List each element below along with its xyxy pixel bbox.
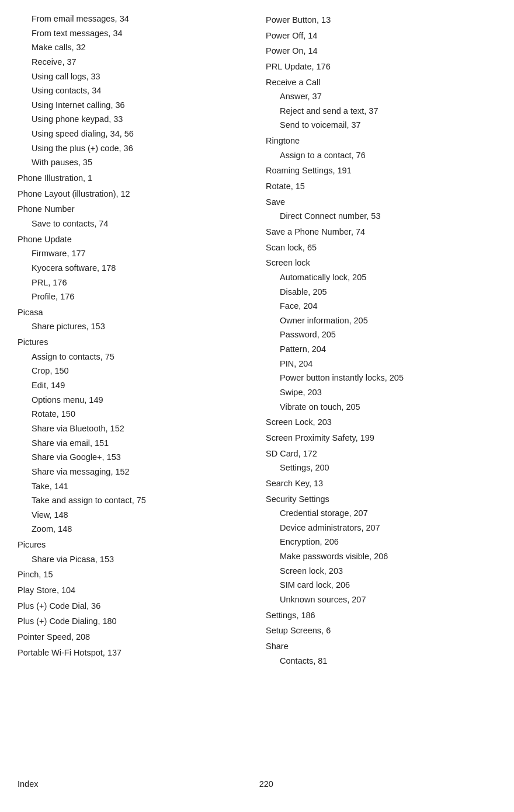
list-item: Share via messaging, 152: [18, 465, 248, 479]
footer-label: Index: [18, 779, 38, 789]
list-item: Roaming Settings, 191: [266, 163, 496, 178]
list-item: Send to voicemail, 37: [266, 118, 496, 133]
list-item: Share via Bluetooth, 152: [18, 421, 248, 436]
list-item: Share via Picasa, 153: [18, 552, 248, 567]
list-item: Encryption, 206: [266, 535, 496, 549]
list-item: PRL, 176: [18, 276, 248, 290]
column-right: Power Button, 13Power Off, 14Power On, 1…: [260, 12, 496, 759]
list-item: Edit, 149: [18, 378, 248, 393]
list-item: Receive a Call: [266, 75, 496, 90]
column-left: From email messages, 34From text message…: [18, 12, 254, 759]
page-container: From email messages, 34From text message…: [0, 0, 514, 812]
list-item: Phone Layout (illustration), 12: [18, 187, 248, 201]
list-item: Screen Proximity Safety, 199: [266, 431, 496, 445]
list-item: View, 148: [18, 508, 248, 522]
list-item: Credential storage, 207: [266, 506, 496, 521]
content-columns: From email messages, 34From text message…: [18, 12, 496, 759]
list-item: With pauses, 35: [18, 155, 248, 170]
list-item: Screen lock, 203: [266, 564, 496, 578]
list-item: Share via Google+, 153: [18, 450, 248, 465]
list-item: Save a Phone Number, 74: [266, 225, 496, 239]
list-item: Settings, 186: [266, 608, 496, 623]
list-item: Setup Screens, 6: [266, 623, 496, 638]
list-item: Portable Wi-Fi Hotspot, 137: [18, 646, 248, 660]
list-item: Password, 205: [266, 327, 496, 342]
list-item: Rotate, 150: [18, 407, 248, 421]
list-item: Device administrators, 207: [266, 521, 496, 535]
list-item: Power button instantly locks, 205: [266, 371, 496, 385]
list-item: Pictures: [18, 335, 248, 350]
list-item: SIM card lock, 206: [266, 578, 496, 593]
list-item: Using phone keypad, 33: [18, 112, 248, 127]
list-item: Take, 141: [18, 479, 248, 494]
list-item: Reject and send a text, 37: [266, 104, 496, 119]
list-item: Phone Illustration, 1: [18, 171, 248, 186]
list-item: Make passwords visible, 206: [266, 549, 496, 564]
list-item: Power On, 14: [266, 44, 496, 58]
list-item: Answer, 37: [266, 89, 496, 104]
list-item: Automatically lock, 205: [266, 270, 496, 285]
list-item: Disable, 205: [266, 285, 496, 299]
list-item: PIN, 204: [266, 357, 496, 371]
list-item: Options menu, 149: [18, 393, 248, 407]
list-item: Phone Number: [18, 202, 248, 217]
list-item: Using the plus (+) code, 36: [18, 141, 248, 156]
footer: Index 220: [18, 777, 496, 789]
footer-page: 220: [38, 779, 494, 789]
list-item: Picures: [18, 538, 248, 552]
list-item: Scan lock, 65: [266, 241, 496, 255]
list-item: Search Key, 13: [266, 476, 496, 491]
list-item: From email messages, 34: [18, 12, 248, 26]
list-item: Pinch, 15: [18, 567, 248, 582]
list-item: Share via email, 151: [18, 436, 248, 451]
list-item: Plus (+) Code Dialing, 180: [18, 614, 248, 629]
list-item: Unknown sources, 207: [266, 593, 496, 607]
list-item: Screen lock: [266, 256, 496, 270]
list-item: Using call logs, 33: [18, 69, 248, 84]
list-item: Screen Lock, 203: [266, 415, 496, 430]
list-item: Crop, 150: [18, 364, 248, 378]
list-item: From text messages, 34: [18, 26, 248, 41]
list-item: Rotate, 15: [266, 179, 496, 194]
list-item: Swipe, 203: [266, 385, 496, 400]
list-item: Share pictures, 153: [18, 319, 248, 334]
list-item: Using speed dialing, 34, 56: [18, 127, 248, 141]
list-item: Zoom, 148: [18, 522, 248, 536]
list-item: PRL Update, 176: [266, 60, 496, 74]
list-item: Save to contacts, 74: [18, 217, 248, 231]
list-item: Direct Connect number, 53: [266, 209, 496, 224]
list-item: Receive, 37: [18, 55, 248, 69]
list-item: Using Internet calling, 36: [18, 98, 248, 113]
list-item: Profile, 176: [18, 290, 248, 304]
list-item: Vibrate on touch, 205: [266, 400, 496, 414]
list-item: Picasa: [18, 305, 248, 320]
list-item: Owner information, 205: [266, 313, 496, 328]
list-item: Using contacts, 34: [18, 83, 248, 98]
list-item: Assign to contacts, 75: [18, 350, 248, 364]
list-item: Face, 204: [266, 299, 496, 313]
list-item: Play Store, 104: [18, 583, 248, 598]
list-item: Security Settings: [266, 492, 496, 507]
list-item: Take and assign to contact, 75: [18, 493, 248, 508]
list-item: Pattern, 204: [266, 342, 496, 357]
list-item: Share: [266, 639, 496, 654]
list-item: Contacts, 81: [266, 654, 496, 668]
list-item: Ringtone: [266, 134, 496, 148]
list-item: Power Off, 14: [266, 29, 496, 43]
list-item: Firmware, 177: [18, 246, 248, 261]
list-item: Plus (+) Code Dial, 36: [18, 599, 248, 614]
list-item: SD Card, 172: [266, 447, 496, 461]
list-item: Make calls, 32: [18, 40, 248, 55]
list-item: Power Button, 13: [266, 13, 496, 27]
list-item: Phone Update: [18, 232, 248, 247]
list-item: Save: [266, 195, 496, 210]
list-item: Kyocera software, 178: [18, 261, 248, 276]
list-item: Settings, 200: [266, 461, 496, 475]
list-item: Pointer Speed, 208: [18, 630, 248, 644]
list-item: Assign to a contact, 76: [266, 148, 496, 163]
